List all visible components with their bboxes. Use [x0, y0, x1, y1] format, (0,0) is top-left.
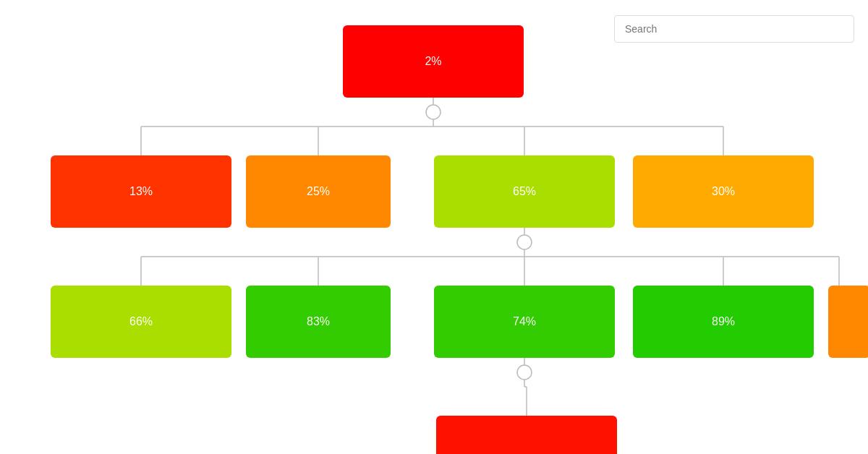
- node-n3[interactable]: 65%: [434, 155, 615, 228]
- node-n2-label: 25%: [307, 185, 330, 198]
- svg-point-18: [517, 365, 532, 380]
- tree-container: 2% 13% 25% 65% 30% 66% 83% 74% 89%: [0, 0, 868, 454]
- node-root-label: 2%: [425, 55, 441, 68]
- node-n4[interactable]: 30%: [633, 155, 814, 228]
- node-n10[interactable]: [436, 416, 617, 454]
- node-n7[interactable]: 74%: [434, 286, 615, 358]
- node-n6-label: 83%: [307, 315, 330, 328]
- svg-point-6: [426, 105, 441, 119]
- node-n4-label: 30%: [712, 185, 735, 198]
- node-n1[interactable]: 13%: [51, 155, 231, 228]
- node-n3-label: 65%: [513, 185, 536, 198]
- node-n7-label: 74%: [513, 315, 536, 328]
- node-n6[interactable]: 83%: [246, 286, 391, 358]
- search-container: [614, 15, 854, 43]
- node-n2[interactable]: 25%: [246, 155, 391, 228]
- node-n1-label: 13%: [129, 185, 153, 198]
- search-input[interactable]: [614, 15, 854, 43]
- node-n8-label: 89%: [712, 315, 735, 328]
- node-n5[interactable]: 66%: [51, 286, 231, 358]
- svg-point-14: [517, 235, 532, 249]
- node-root[interactable]: 2%: [343, 25, 524, 98]
- node-n5-label: 66%: [129, 315, 153, 328]
- node-n8[interactable]: 89%: [633, 286, 814, 358]
- node-n9[interactable]: [828, 286, 868, 358]
